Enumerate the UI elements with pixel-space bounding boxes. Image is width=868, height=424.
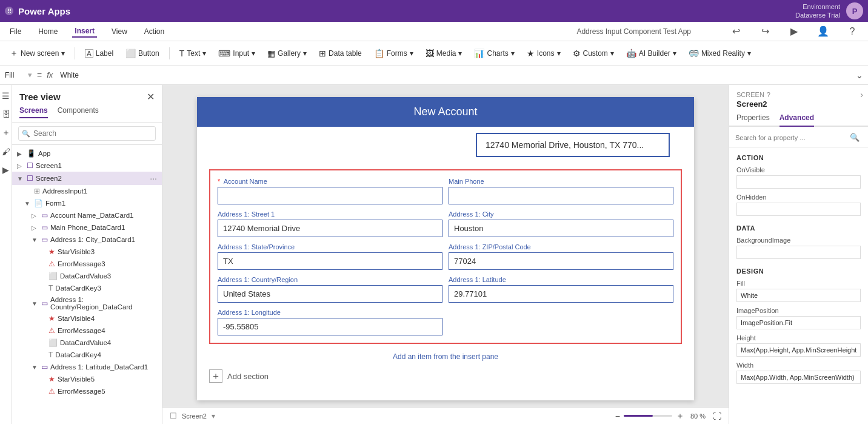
ai-builder-button[interactable]: 🤖 AI Builder ▾ [621, 46, 681, 61]
longitude-input[interactable] [218, 318, 442, 335]
rail-icon-data[interactable]: 🗄 [2, 109, 10, 119]
width-input[interactable] [736, 371, 861, 384]
search-input[interactable] [18, 126, 156, 141]
redo-button[interactable]: ↪ [756, 23, 773, 40]
tab-advanced[interactable]: Advanced [780, 113, 814, 127]
tree-item-country-datacard[interactable]: ▼ ▭ Address 1: Country/Region_DataCard [12, 294, 162, 312]
person-button[interactable]: 👤 [815, 23, 832, 40]
bgimage-field: BackgroundImage [729, 234, 868, 261]
rail-icon-play[interactable]: ▶ [2, 165, 9, 175]
tree-item-starvisible5[interactable]: ★ StarVisible5 [12, 373, 162, 385]
country-input[interactable] [218, 285, 442, 303]
tree-item-datacardkey4[interactable]: T DataCardKey4 [12, 349, 162, 361]
tree-item-errormessage4[interactable]: ⚠ ErrorMessage4 [12, 325, 162, 337]
tree-item-datacardvalue3[interactable]: ⬜ DataCardValue3 [12, 270, 162, 282]
mixed-reality-button[interactable]: 🥽 Mixed Reality ▾ [684, 46, 756, 61]
tree-item-screen2[interactable]: ▼ ☐ Screen2 ··· [12, 172, 162, 185]
street1-input[interactable] [218, 220, 442, 237]
tree-item-app[interactable]: ▶ 📱 App [12, 147, 162, 160]
tab-properties[interactable]: Properties [736, 113, 770, 126]
custom-button[interactable]: ⚙ Custom ▾ [568, 46, 619, 61]
help-button[interactable]: ? [844, 23, 861, 40]
tree-item-mainphone-datacard[interactable]: ▷ ▭ Main Phone_DataCard1 [12, 221, 162, 234]
expand-icon: ▷ [17, 163, 24, 169]
tree-item-errormessage5[interactable]: ⚠ ErrorMessage5 [12, 385, 162, 397]
imageposition-input[interactable] [736, 316, 861, 329]
screen-dropdown-icon[interactable]: ▾ [212, 412, 215, 420]
button-button[interactable]: ⬜ Button [121, 46, 164, 61]
label-button[interactable]: A Label [80, 47, 118, 60]
height-input[interactable] [736, 343, 861, 357]
undo-button[interactable]: ↩ [727, 23, 744, 40]
main-phone-input[interactable] [449, 187, 673, 204]
icons-button[interactable]: ★ Icons ▾ [522, 46, 566, 61]
design-section-title: DESIGN [729, 261, 868, 277]
avatar[interactable]: P [846, 2, 863, 19]
add-section[interactable]: ＋ Add section [197, 363, 694, 389]
state-input[interactable] [218, 252, 442, 270]
tab-components[interactable]: Components [58, 106, 99, 118]
panel-expand-button[interactable]: › [860, 90, 863, 99]
menu-home[interactable]: Home [36, 26, 60, 37]
zoom-slider[interactable] [624, 415, 672, 417]
new-screen-button[interactable]: ＋ New screen ▾ [5, 45, 70, 61]
panel-search-input[interactable] [735, 134, 862, 141]
main-phone-label: Main Phone [449, 178, 673, 185]
add-section-plus[interactable]: ＋ [209, 369, 222, 383]
charts-button[interactable]: 📊 Charts ▾ [469, 46, 519, 61]
gallery-button[interactable]: ▦ Gallery ▾ [262, 46, 312, 61]
menu-action[interactable]: Action [142, 26, 167, 37]
datatable-button[interactable]: ⊞ Data table [314, 46, 367, 61]
canvas-area: New Account 12740 Memorial Drive, Housto… [162, 85, 729, 424]
app-dots[interactable]: ⠿ [5, 7, 13, 15]
tree-item-starvisible3[interactable]: ★ StarVisible3 [12, 246, 162, 258]
forms-button[interactable]: 📋 Forms ▾ [369, 46, 418, 61]
bottom-bar: ☐ Screen2 ▾ − ＋ 80 % ⛶ [162, 407, 729, 424]
tree-item-screen1[interactable]: ▷ ☐ Screen1 [12, 160, 162, 172]
fill-label: Fill [736, 280, 861, 287]
latitude-field: Address 1: Latitude [449, 276, 673, 303]
fill-dropdown[interactable]: ▾ [28, 70, 32, 79]
zoom-minus-button[interactable]: − [615, 411, 620, 421]
formula-chevron[interactable]: ⌄ [856, 70, 863, 80]
onvisible-input[interactable] [736, 175, 861, 189]
menu-file[interactable]: File [7, 26, 24, 37]
rail-icon-add[interactable]: ＋ [2, 127, 10, 138]
menu-insert[interactable]: Insert [72, 25, 97, 38]
media-button[interactable]: 🖼 Media ▾ [421, 46, 467, 61]
tree-item-errormessage3[interactable]: ⚠ ErrorMessage3 [12, 258, 162, 270]
search-icon: 🔍 [22, 130, 30, 138]
rail-icon-layers[interactable]: ☰ [2, 91, 10, 101]
property-selector[interactable]: Fill [5, 71, 23, 79]
onhidden-input[interactable] [736, 203, 861, 216]
zoom-plus-button[interactable]: ＋ [676, 411, 684, 422]
tree-item-datacardkey3[interactable]: T DataCardKey3 [12, 282, 162, 294]
tree-view-close[interactable]: ✕ [147, 91, 155, 103]
rail-icon-brush[interactable]: 🖌 [2, 147, 10, 156]
tree-item-addressinput1[interactable]: ⊞ AddressInput1 [12, 185, 162, 197]
play-button[interactable]: ▶ [786, 23, 803, 40]
tab-screens[interactable]: Screens [19, 106, 48, 118]
text-button[interactable]: T Text ▾ [175, 46, 212, 61]
bgimage-input[interactable] [736, 246, 861, 259]
tree-item-city-datacard[interactable]: ▼ ▭ Address 1: City_DataCard1 [12, 234, 162, 246]
tree-item-datacardvalue4[interactable]: ⬜ DataCardValue4 [12, 337, 162, 349]
input-button[interactable]: ⌨ Input ▾ [213, 46, 260, 61]
fx-label: fx [47, 70, 53, 79]
more-icon[interactable]: ··· [150, 173, 157, 183]
tree-item-starvisible4[interactable]: ★ StarVisible4 [12, 312, 162, 325]
formula-input[interactable] [58, 70, 851, 81]
account-name-input[interactable] [218, 187, 442, 204]
address-display-box[interactable]: 12740 Memorial Drive, Houston, TX 770... [476, 133, 670, 157]
fullscreen-icon[interactable]: ⛶ [713, 411, 721, 421]
menu-view[interactable]: View [109, 26, 130, 37]
zip-input[interactable] [449, 252, 673, 270]
onvisible-label: OnVisible [736, 166, 861, 173]
latitude-input[interactable] [449, 285, 673, 303]
tree-item-latitude-datacard[interactable]: ▼ ▭ Address 1: Latitude_DataCard1 [12, 361, 162, 373]
fill-input[interactable] [736, 289, 861, 302]
city-input[interactable] [449, 220, 673, 237]
imageposition-field: ImagePosition [729, 305, 868, 332]
tree-item-acctname-datacard[interactable]: ▷ ▭ Account Name_DataCard1 [12, 209, 162, 221]
tree-item-form1[interactable]: ▼ 📄 Form1 [12, 197, 162, 209]
